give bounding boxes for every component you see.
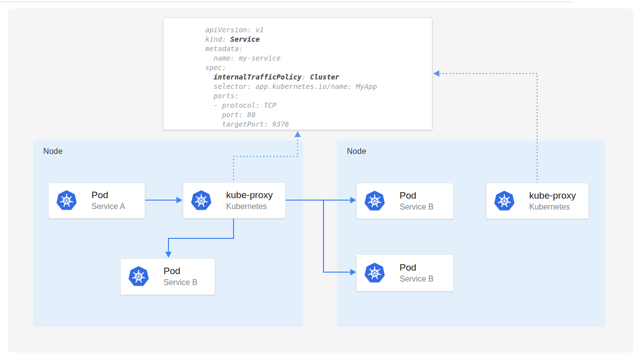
- kubernetes-icon: [364, 190, 386, 212]
- kubernetes-icon: [493, 190, 515, 212]
- kubernetes-icon: [128, 266, 150, 288]
- card-title: Pod: [91, 189, 125, 201]
- node-left: Node: [33, 141, 303, 327]
- service-yaml-card: apiVersion: v1kind: Servicemetadata: nam…: [163, 17, 432, 130]
- card-subtitle: Service A: [91, 201, 125, 212]
- card-title: Pod: [400, 262, 433, 274]
- kube-proxy-right-card: kube-proxy Kubernetes: [486, 183, 589, 219]
- yaml-code: apiVersion: v1kind: Servicemetadata: nam…: [205, 25, 377, 129]
- card-subtitle: Service B: [163, 277, 197, 288]
- kubernetes-icon: [56, 190, 78, 212]
- card-subtitle: Kubernetes: [226, 201, 273, 212]
- kubernetes-service-diagram: Node Node apiVersion: v1kind: Servicemet…: [0, 0, 644, 362]
- pod-service-b-right-bottom-card: Pod Service B: [356, 254, 454, 291]
- card-title: kube-proxy: [529, 190, 576, 202]
- arrowhead: [295, 131, 301, 137]
- pod-service-a-card: Pod Service A: [48, 183, 145, 218]
- kubernetes-icon: [190, 190, 212, 212]
- node-label: Node: [347, 147, 366, 156]
- kubernetes-icon: [364, 262, 386, 284]
- node-label: Node: [43, 147, 63, 156]
- card-subtitle: Service B: [400, 202, 433, 213]
- arrowhead: [433, 71, 439, 77]
- pod-service-b-left-card: Pod Service B: [120, 258, 215, 295]
- card-subtitle: Kubernetes: [529, 202, 576, 213]
- card-title: kube-proxy: [226, 189, 273, 201]
- card-subtitle: Service B: [400, 274, 433, 285]
- card-title: Pod: [400, 190, 433, 202]
- pod-service-b-right-top-card: Pod Service B: [356, 183, 454, 219]
- node-right: Node: [337, 141, 605, 327]
- card-title: Pod: [163, 265, 197, 277]
- kube-proxy-left-card: kube-proxy Kubernetes: [183, 182, 286, 218]
